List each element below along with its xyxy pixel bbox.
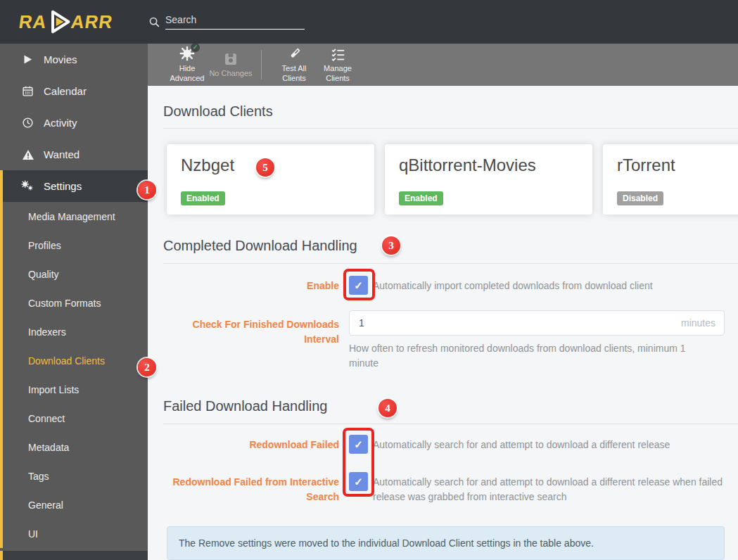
sidebar-item-calendar[interactable]: Calendar — [0, 75, 148, 107]
sidebar-item-metadata[interactable]: Metadata — [3, 433, 148, 462]
sidebar-item-general[interactable]: General — [3, 490, 148, 519]
sidebar-item-import-lists[interactable]: Import Lists — [3, 375, 148, 404]
setting-help-text: How often to refresh monitored downloads… — [349, 341, 694, 371]
test-tube-icon — [287, 46, 302, 61]
setting-row-enable: Enable Automatically import completed do… — [163, 276, 738, 295]
setting-help-text: Automatically search for and attempt to … — [373, 472, 725, 504]
no-changes-save-button[interactable]: No Changes — [209, 51, 253, 79]
client-name: rTorrent — [617, 155, 738, 175]
sidebar-item-movies[interactable]: Movies — [0, 44, 148, 75]
manage-clients-button[interactable]: Manage Clients — [316, 46, 360, 84]
sidebar-item-label: Settings — [44, 180, 82, 192]
setting-row-check-interval: Check For Finished Downloads Interval mi… — [163, 310, 738, 371]
search-input[interactable] — [165, 14, 305, 25]
warning-triangle-icon — [21, 149, 34, 160]
sidebar-item-indexers[interactable]: Indexers — [3, 317, 148, 346]
toolbar-separator — [261, 50, 262, 79]
advanced-gear-check-icon: ✓ — [179, 46, 195, 61]
hide-advanced-button[interactable]: ✓ Hide Advanced — [165, 46, 209, 84]
sidebar-item-activity[interactable]: Activity — [0, 107, 148, 139]
sidebar-item-custom-formats[interactable]: Custom Formats — [3, 288, 148, 317]
client-name: Nzbget — [181, 155, 360, 175]
setting-row-redownload-failed-interactive: Redownload Failed from Interactive Searc… — [163, 472, 738, 504]
status-badge: Enabled — [181, 191, 225, 205]
sidebar-item-media-management[interactable]: Media Management — [3, 202, 148, 231]
clock-icon — [21, 117, 34, 129]
sidebar-item-settings[interactable]: Settings — [0, 170, 148, 202]
sidebar-bottom-strip — [0, 551, 148, 560]
save-icon — [224, 51, 238, 66]
client-card-nzbget[interactable]: Nzbget Enabled — [167, 144, 374, 215]
setting-help-text: Automatically search for and attempt to … — [373, 435, 670, 452]
sidebar-item-download-clients[interactable]: Download Clients — [3, 346, 148, 375]
status-badge: Disabled — [617, 191, 663, 205]
redownload-failed-checkbox[interactable] — [349, 435, 368, 454]
sidebar-item-profiles[interactable]: Profiles — [3, 231, 148, 260]
setting-label: Redownload Failed — [163, 435, 339, 454]
page-toolbar: ✓ Hide Advanced No Changes — [148, 44, 738, 86]
test-all-clients-button[interactable]: Test All Clients — [272, 46, 316, 84]
setting-label: Check For Finished Downloads Interval — [163, 310, 339, 371]
sidebar-item-label: Movies — [44, 53, 77, 65]
sidebar-item-label: Activity — [44, 117, 77, 129]
list-check-icon — [331, 46, 345, 61]
calendar-icon — [21, 85, 34, 97]
green-check-badge-icon: ✓ — [191, 43, 200, 52]
page-title: Download Clients — [163, 86, 738, 120]
section-divider — [163, 424, 738, 424]
radarr-app: RA ARR Movies — [0, 0, 738, 560]
settings-content: Download Clients Nzbget Enabled qBittorr… — [148, 86, 738, 560]
sidebar-item-quality[interactable]: Quality — [3, 260, 148, 288]
setting-label: Redownload Failed from Interactive Searc… — [163, 472, 339, 504]
enable-checkbox[interactable] — [349, 276, 368, 295]
logo-text-right: ARR — [69, 11, 114, 33]
search-box — [148, 14, 305, 30]
section-title-completed-download-handling: Completed Download Handling — [163, 238, 738, 254]
section-divider — [163, 263, 738, 264]
settings-subnav: Media Management Profiles Quality Custom… — [0, 202, 148, 548]
setting-label: Enable — [163, 276, 339, 295]
info-alert-text: The Remove settings were moved to the in… — [179, 537, 594, 549]
play-icon — [21, 54, 34, 65]
logo-text-left: RA — [18, 11, 49, 33]
sidebar-item-label: Calendar — [44, 85, 87, 97]
download-client-cards: Nzbget Enabled qBittorrent-Movies Enable… — [167, 144, 738, 215]
info-alert: The Remove settings were moved to the in… — [167, 526, 725, 560]
title-divider — [163, 128, 738, 129]
client-card-rtorrent[interactable]: rTorrent Disabled — [603, 144, 738, 215]
status-badge: Enabled — [399, 191, 443, 205]
search-icon — [148, 16, 160, 28]
interval-input[interactable] — [349, 310, 725, 336]
gears-icon — [21, 179, 34, 193]
sidebar-item-tags[interactable]: Tags — [3, 462, 148, 490]
section-title-failed-download-handling: Failed Download Handling — [163, 398, 738, 414]
setting-row-redownload-failed: Redownload Failed Automatically search f… — [163, 435, 738, 454]
top-header: RA ARR — [0, 0, 738, 44]
setting-help-text: Automatically import completed downloads… — [373, 276, 653, 293]
play-logo-icon — [46, 8, 72, 36]
sidebar-item-ui[interactable]: UI — [3, 519, 148, 548]
radarr-logo[interactable]: RA ARR — [0, 8, 148, 36]
sidebar: Movies Calendar Activity — [0, 44, 148, 560]
sidebar-item-connect[interactable]: Connect — [3, 404, 148, 433]
sidebar-item-wanted[interactable]: Wanted — [0, 139, 148, 170]
sidebar-item-label: Wanted — [44, 148, 79, 160]
client-card-qbittorrent-movies[interactable]: qBittorrent-Movies Enabled — [385, 144, 592, 215]
redownload-failed-interactive-checkbox[interactable] — [349, 472, 368, 491]
client-name: qBittorrent-Movies — [399, 155, 578, 175]
